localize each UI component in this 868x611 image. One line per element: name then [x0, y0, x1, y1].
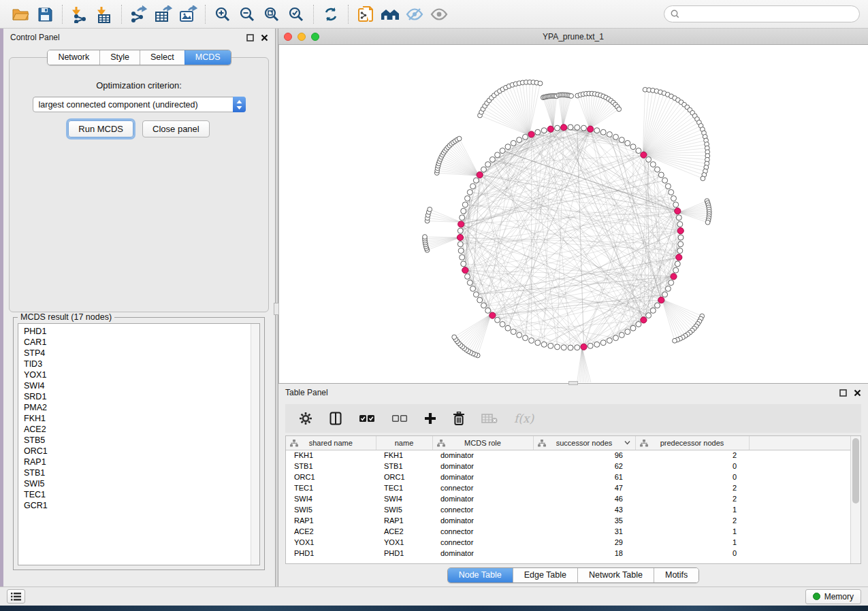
network-node[interactable] [646, 313, 652, 318]
network-node[interactable] [607, 132, 612, 137]
tab-network-table[interactable]: Network Table [577, 568, 654, 582]
mcds-result-item[interactable]: SWI5 [18, 478, 259, 489]
mcds-result-item[interactable]: STB5 [18, 435, 259, 446]
network-node[interactable] [669, 280, 674, 286]
network-node[interactable] [568, 125, 573, 130]
mcds-hub-node[interactable] [676, 254, 682, 261]
network-node[interactable] [671, 196, 677, 201]
column-header-predecessor-nodes[interactable]: predecessor nodes [635, 436, 749, 450]
network-node[interactable] [678, 242, 684, 247]
mcds-result-item[interactable]: TEC1 [18, 489, 259, 500]
network-node[interactable] [607, 338, 612, 344]
network-node[interactable] [673, 202, 679, 208]
zoom-selected-icon[interactable] [284, 4, 308, 24]
network-node[interactable] [568, 345, 573, 350]
mcds-hub-node[interactable] [547, 126, 553, 132]
mcds-hub-node[interactable] [677, 228, 684, 234]
network-node[interactable] [600, 129, 606, 135]
save-icon[interactable] [33, 4, 57, 24]
network-node[interactable] [465, 196, 470, 201]
mcds-result-item[interactable]: STB1 [18, 467, 259, 478]
tab-edge-table[interactable]: Edge Table [513, 568, 577, 582]
network-node[interactable] [588, 343, 593, 348]
close-panel-icon[interactable] [854, 389, 861, 397]
column-header-name[interactable]: name [376, 436, 432, 450]
network-node[interactable] [630, 144, 636, 150]
network-node[interactable] [575, 125, 580, 130]
export-network-icon[interactable] [127, 4, 151, 24]
export-image-icon[interactable] [176, 4, 200, 24]
network-node[interactable] [511, 329, 516, 335]
network-node[interactable] [465, 274, 470, 279]
network-node[interactable] [460, 254, 465, 260]
memory-button[interactable]: Memory [805, 589, 861, 604]
refresh-icon[interactable] [319, 4, 343, 24]
network-node[interactable] [517, 332, 522, 337]
network-canvas[interactable] [278, 45, 868, 383]
mcds-hub-node[interactable] [581, 344, 587, 350]
network-node[interactable] [461, 261, 466, 267]
table-row[interactable]: RAP1RAP1dominator352 [286, 515, 852, 526]
network-node[interactable] [548, 343, 553, 348]
table-settings-gear-icon[interactable] [299, 412, 312, 425]
tab-motifs[interactable]: Motifs [654, 568, 698, 582]
network-node[interactable] [600, 340, 606, 346]
network-node[interactable] [485, 162, 491, 167]
network-node[interactable] [467, 190, 472, 195]
network-node[interactable] [636, 148, 641, 154]
mcds-result-item[interactable]: CAR1 [18, 337, 259, 348]
optimization-criterion-dropdown[interactable]: largest connected component (undirected) [33, 97, 246, 112]
tab-node-table[interactable]: Node Table [448, 568, 513, 582]
network-node[interactable] [470, 184, 476, 189]
network-node[interactable] [677, 248, 683, 254]
mcds-hub-node[interactable] [489, 312, 496, 318]
network-node[interactable] [541, 342, 547, 347]
network-node[interactable] [658, 172, 664, 178]
network-node[interactable] [500, 148, 505, 154]
mcds-result-item[interactable]: ORC1 [18, 446, 259, 457]
mcds-hub-node[interactable] [458, 221, 464, 227]
table-scrollbar[interactable] [850, 436, 861, 563]
mcds-list-scrollbar[interactable] [251, 324, 259, 565]
run-mcds-button[interactable]: Run MCDS [68, 120, 133, 137]
network-node[interactable] [477, 297, 483, 303]
tab-mcds[interactable]: MCDS [184, 50, 231, 65]
network-node[interactable] [535, 340, 541, 346]
mcds-hub-node[interactable] [641, 317, 647, 323]
table-row[interactable]: TEC1TEC1connector472 [286, 482, 852, 493]
network-node[interactable] [467, 280, 472, 286]
network-node[interactable] [678, 235, 684, 240]
mcds-hub-node[interactable] [641, 152, 647, 158]
network-node[interactable] [655, 303, 660, 308]
network-node[interactable] [473, 178, 479, 183]
horizontal-splitter-grip[interactable] [568, 381, 578, 385]
select-all-icon[interactable] [359, 414, 375, 423]
mcds-result-item[interactable]: RAP1 [18, 457, 259, 467]
duplicate-network-icon[interactable] [353, 4, 378, 24]
network-node[interactable] [481, 303, 487, 308]
network-node[interactable] [529, 338, 534, 344]
search-input[interactable] [683, 10, 853, 19]
mcds-result-item[interactable]: ACE2 [18, 424, 259, 435]
network-node[interactable] [462, 202, 468, 208]
network-node[interactable] [594, 342, 600, 347]
table-row[interactable]: SWI4SWI4dominator462 [286, 493, 852, 504]
hide-selected-icon[interactable] [402, 4, 427, 24]
network-node[interactable] [650, 308, 656, 313]
network-node[interactable] [665, 184, 671, 189]
mcds-hub-node[interactable] [671, 274, 677, 280]
mcds-result-item[interactable]: SWI4 [18, 380, 259, 391]
import-table-icon[interactable] [92, 4, 116, 24]
mcds-result-list[interactable]: PHD1CAR1STP4TID3YOX1SWI4SRD1PMA2FKH1ACE2… [18, 323, 260, 565]
close-panel-button[interactable]: Close panel [142, 120, 210, 137]
network-node[interactable] [613, 134, 619, 139]
zoom-out-icon[interactable] [235, 4, 259, 24]
float-panel-icon[interactable] [246, 34, 254, 42]
mcds-hub-node[interactable] [528, 131, 534, 137]
mcds-result-item[interactable]: FKH1 [18, 413, 259, 424]
network-node[interactable] [460, 215, 465, 220]
network-node[interactable] [458, 248, 464, 254]
table-row[interactable]: ACE2ACE2connector311 [286, 526, 852, 537]
zoom-fit-icon[interactable] [259, 4, 284, 24]
column-header-shared-name[interactable]: shared name [286, 436, 376, 450]
